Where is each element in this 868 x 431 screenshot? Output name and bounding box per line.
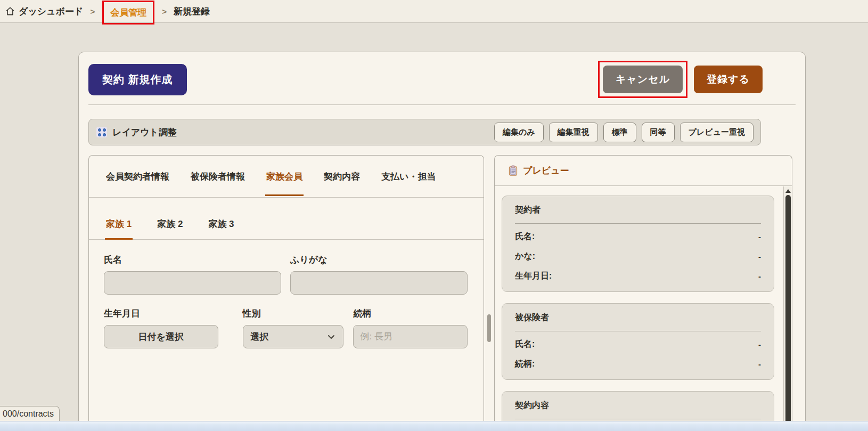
cancel-button[interactable]: キャンセル [603,66,683,93]
breadcrumb-dashboard-label: ダッシュボード [19,5,83,18]
tab-family-members[interactable]: 家族会員 [265,156,304,197]
preview-row: かな: - [515,247,761,266]
layout-option-edit-focused[interactable]: 編集重視 [549,123,598,142]
name-field-group: 氏名 [104,254,281,295]
form-scrollbar-thumb[interactable] [487,314,491,342]
preview-row: 氏名: - [515,335,761,354]
preview-row-label: 生年月日: [515,271,552,282]
panels-row: 会員契約者情報 被保険者情報 家族会員 契約内容 支払い・担当 家族 1 家族 … [88,155,805,421]
furigana-field-group: ふりがな [290,254,468,295]
layout-option-preview-focused[interactable]: プレビュー重視 [680,123,754,142]
clipboard-icon [509,165,518,176]
family-form: 氏名 ふりがな 生年月日 日付を選択 性別 [89,240,484,348]
preview-section-contractor: 契約者 氏名: - かな: - 生年月日: - [502,196,774,292]
family-tab-1[interactable]: 家族 1 [105,212,133,239]
gender-field-group: 性別 選択 [243,307,344,348]
preview-section-title: 契約者 [515,205,761,224]
preview-section-contract-details: 契約内容 会員種別: ダイヤモンド会員 [502,391,774,421]
relationship-label: 続柄 [353,307,468,320]
family-tabs: 家族 1 家族 2 家族 3 [89,212,484,240]
breadcrumb: ダッシュボード > 会員管理 > 新規登録 [0,0,868,23]
preview-section-insured: 被保険者 氏名: - 続柄: - [502,303,774,380]
gender-select[interactable]: 選択 [243,325,344,348]
preview-row-label: 続柄: [515,359,535,370]
status-url-bubble: 000/contracts [0,406,60,421]
relationship-field-group: 続柄 [353,307,468,348]
grid-dots-icon[interactable] [96,127,107,137]
preview-panel: プレビュー 契約者 氏名: - かな: - [494,155,792,421]
name-label: 氏名 [104,254,281,266]
tab-member-contractor-info[interactable]: 会員契約者情報 [105,156,170,197]
family-tab-3[interactable]: 家族 3 [207,212,235,239]
relationship-input[interactable] [353,325,468,348]
breadcrumb-item-dashboard[interactable]: ダッシュボード [5,5,83,18]
layout-option-equal[interactable]: 同等 [642,123,675,142]
tab-payment-staff[interactable]: 支払い・担当 [380,156,437,197]
taskbar-strip [0,421,868,431]
scroll-up-icon[interactable] [785,189,791,193]
preview-scrollbar-thumb[interactable] [785,195,791,421]
status-url-text: 000/contracts [3,409,54,419]
tab-insured-info[interactable]: 被保険者情報 [190,156,246,197]
layout-option-edit-only[interactable]: 編集のみ [494,123,544,142]
submit-button[interactable]: 登録する [694,66,763,93]
preview-row-label: 氏名: [515,339,535,350]
chevron-down-icon [327,332,335,341]
breadcrumb-separator: > [162,7,167,16]
header-actions: キャンセル 登録する [598,61,763,98]
contract-form-card: 契約 新規作成 キャンセル 登録する レイアウト調整 編集のみ 編集重視 標準 … [78,52,806,421]
breadcrumb-item-new-registration: 新規登録 [174,5,210,18]
furigana-label: ふりがな [290,254,468,266]
preview-scrollbar[interactable] [783,186,792,421]
tab-contract-details[interactable]: 契約内容 [323,156,361,197]
family-tab-2[interactable]: 家族 2 [156,212,184,239]
breadcrumb-separator: > [90,7,95,16]
highlight-box-breadcrumb: 会員管理 [102,1,154,25]
preview-row-label: 氏名: [515,231,535,242]
preview-header: プレビュー [495,156,792,186]
birthdate-label: 生年月日 [104,307,218,320]
preview-body: 契約者 氏名: - かな: - 生年月日: - [495,186,783,421]
preview-row-value: - [758,232,761,241]
gender-label: 性別 [243,307,344,320]
preview-row: 氏名: - [515,227,761,247]
preview-row-value: - [758,340,761,349]
layout-adjust-bar: レイアウト調整 編集のみ 編集重視 標準 同等 プレビュー重視 [88,119,761,145]
preview-row: 続柄: - [515,354,761,374]
gender-select-value: 選択 [251,331,269,343]
home-icon [5,6,15,16]
preview-row: 生年月日: - [515,266,761,286]
birthdate-picker-button[interactable]: 日付を選択 [104,325,218,348]
furigana-input[interactable] [290,271,468,295]
highlight-box-cancel: キャンセル [598,61,687,98]
preview-row-value: - [758,272,761,281]
preview-row-label: かな: [515,251,535,262]
form-panel: 会員契約者情報 被保険者情報 家族会員 契約内容 支払い・担当 家族 1 家族 … [88,155,484,421]
create-contract-badge: 契約 新規作成 [88,64,187,95]
form-tabs: 会員契約者情報 被保険者情報 家族会員 契約内容 支払い・担当 [89,156,484,198]
layout-adjust-title: レイアウト調整 [112,126,177,139]
layout-options: 編集のみ 編集重視 標準 同等 プレビュー重視 [494,123,754,142]
layout-option-standard[interactable]: 標準 [603,123,636,142]
birthdate-field-group: 生年月日 日付を選択 [104,307,218,348]
card-header: 契約 新規作成 キャンセル 登録する [88,52,796,105]
name-input[interactable] [104,271,281,295]
breadcrumb-item-members[interactable]: 会員管理 [110,7,146,18]
preview-section-title: 被保険者 [515,312,761,331]
preview-section-title: 契約内容 [515,400,761,419]
preview-row-value: - [758,360,761,369]
preview-title: プレビュー [523,165,569,177]
preview-row-value: - [758,252,761,261]
